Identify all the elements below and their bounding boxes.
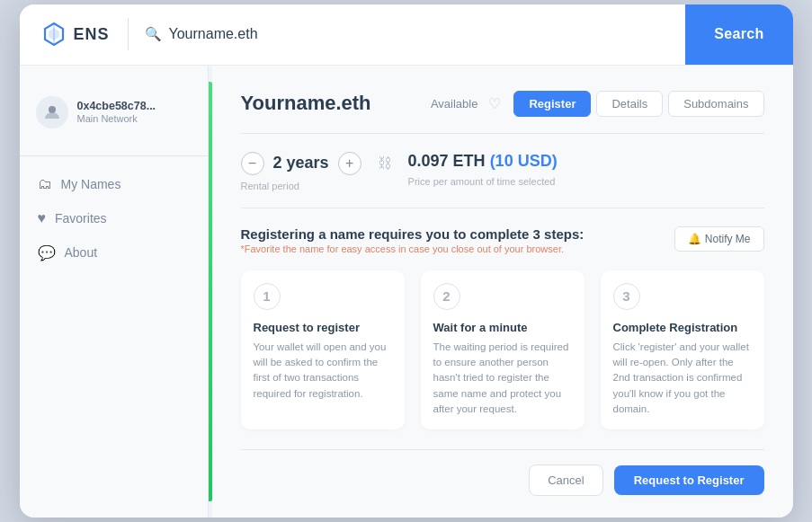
about-icon: 💬 [38,244,56,261]
price-eth: 0.097 ETH [408,152,486,170]
favorites-icon: ♥ [38,210,47,226]
app-window: ENS 🔍 Search 0x4cbe58c78... Main Networ [20,4,793,518]
step-number-row-1: 1 [254,283,392,310]
step-number-row-3: 3 [613,283,752,310]
steps-subtitle: *Favorite the name for easy access in ca… [241,243,584,254]
step-number-1: 1 [254,283,281,310]
request-register-button[interactable]: Request to Register [614,465,764,495]
body: 0x4cbe58c78... Main Network 🗂 My Names ♥… [20,66,793,518]
avatar [36,96,68,128]
rental-controls: − 2 years + [241,152,361,175]
sidebar-item-favorites[interactable]: ♥ Favorites [20,201,208,235]
tab-details[interactable]: Details [596,91,663,117]
step-card-1: 1 Request to register Your wallet will o… [241,270,405,429]
sidebar-item-my-names[interactable]: 🗂 My Names [20,167,208,201]
step-desc-3: Click 'register' and your wallet will re… [613,340,752,417]
link-icon: ⛓ [378,155,392,172]
sidebar-item-label-about: About [65,245,98,260]
years-text: 2 years [273,154,329,173]
sidebar-item-about[interactable]: 💬 About [20,235,208,270]
search-icon: 🔍 [145,26,162,42]
step-desc-2: The waiting period is required to ensure… [433,340,572,417]
increase-years-button[interactable]: + [338,152,361,175]
account-card: 0x4cbe58c78... Main Network [20,87,208,145]
notify-me-button[interactable]: 🔔 Notify Me [674,226,763,252]
sidebar-item-label-favorites: Favorites [55,211,107,226]
step-title-3: Complete Registration [613,321,752,334]
tab-area: Available ♡ Register Details Subdomains [431,91,764,117]
rental-period-block: − 2 years + Rental period [241,152,361,191]
steps-section: Registering a name requires you to compl… [241,226,764,429]
step-title-1: Request to register [254,321,392,334]
step-number-2: 2 [433,283,460,310]
bottom-actions: Cancel Request to Register [241,449,764,496]
status-available: Available [431,97,478,111]
logo-area: ENS [41,22,110,47]
account-address: 0x4cbe58c78... [77,100,156,112]
favorite-icon[interactable]: ♡ [488,95,501,112]
rental-row: − 2 years + Rental period ⛓ 0.097 ETH (1… [241,152,764,208]
search-area: 🔍 [145,26,686,42]
header: ENS 🔍 Search [20,4,793,66]
main-content: Yourname.eth Available ♡ Register Detail… [212,66,793,518]
search-input[interactable] [169,26,686,42]
ens-logo-icon [41,22,67,47]
steps-header: Registering a name requires you to compl… [241,226,764,254]
sidebar-divider [20,155,208,156]
sidebar-item-label-my-names: My Names [61,177,121,191]
rental-period-label: Rental period [241,181,361,191]
step-number-row-2: 2 [433,283,572,310]
step-number-3: 3 [613,283,640,310]
decrease-years-button[interactable]: − [241,152,264,175]
price-usd: (10 USD) [490,152,558,170]
steps-cards: 1 Request to register Your wallet will o… [241,270,764,429]
svg-point-3 [49,106,56,113]
account-info: 0x4cbe58c78... Main Network [77,100,156,124]
tab-subdomains[interactable]: Subdomains [668,91,763,117]
tab-register[interactable]: Register [513,91,591,117]
account-network: Main Network [77,113,156,124]
step-card-2: 2 Wait for a minute The waiting period i… [421,270,584,429]
my-names-icon: 🗂 [38,176,52,192]
step-title-2: Wait for a minute [433,321,572,334]
price-label: Price per amount of time selected [408,176,558,187]
header-divider [128,18,129,50]
logo-text: ENS [74,25,110,44]
cancel-button[interactable]: Cancel [529,464,602,496]
domain-title: Yourname.eth [241,92,371,115]
price-text: 0.097 ETH (10 USD) [408,152,558,171]
main: Yourname.eth Available ♡ Register Detail… [212,66,793,518]
step-desc-1: Your wallet will open and you will be as… [254,340,392,402]
sidebar: 0x4cbe58c78... Main Network 🗂 My Names ♥… [20,66,209,518]
price-block: 0.097 ETH (10 USD) Price per amount of t… [408,152,558,187]
steps-header-left: Registering a name requires you to compl… [241,226,584,254]
steps-title: Registering a name requires you to compl… [241,226,584,242]
step-card-3: 3 Complete Registration Click 'register'… [601,270,764,429]
main-top: Yourname.eth Available ♡ Register Detail… [241,91,764,134]
search-button[interactable]: Search [685,4,792,66]
